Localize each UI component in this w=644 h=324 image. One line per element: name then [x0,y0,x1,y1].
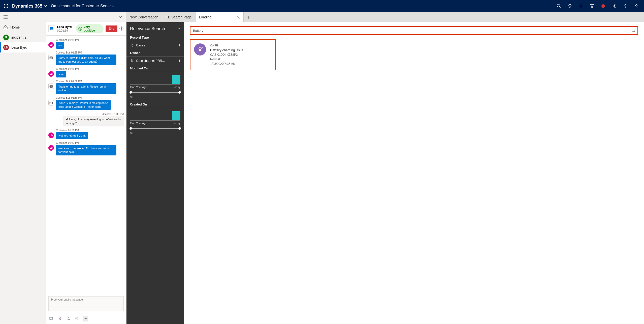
message-meta: Contoso Bot, 01:35 PM [56,51,124,54]
add-tab-button[interactable] [244,12,254,22]
elapsed-time: 00:01:18 [57,29,72,32]
tab-loading[interactable]: Loading... [196,12,244,22]
svg-point-8 [7,7,8,8]
gear-icon[interactable] [609,0,620,12]
svg-point-42 [199,47,201,50]
close-icon[interactable] [237,16,240,19]
svg-point-20 [51,56,51,56]
end-button[interactable]: End [106,25,117,32]
tab-new-conversation[interactable]: New Conversation [126,12,162,22]
message-meta: Contoso Bot, 01:36 PM [56,80,124,83]
nav-item-home[interactable]: Home [0,22,46,32]
case-icon [130,44,134,47]
svg-point-37 [86,318,87,319]
message-row: LBCustomer, 01:37 PMawesome, that worked… [48,142,124,155]
tab-label: KB Search Page [166,15,192,19]
person-icon [130,59,134,63]
message-input[interactable] [48,296,124,311]
relevance-title: Relevance Search [130,26,165,31]
tab-label: New Conversation [130,15,158,19]
notes-icon[interactable] [74,316,80,321]
bot-avatar-icon [48,55,54,60]
nav-item-lesa-byrd[interactable]: LB Lesa Byrd [0,42,46,52]
account-icon[interactable] [631,0,642,12]
svg-point-9 [557,4,560,7]
svg-point-22 [50,86,51,87]
date-range-slider[interactable] [130,127,180,130]
search-input[interactable] [190,26,629,35]
result-avatar-icon [194,43,206,56]
message-meta: Contoso Bot, 01:36 PM [56,96,124,99]
message-meta: Edna Bell, 01:36 PM [48,113,124,116]
svg-point-14 [79,27,82,30]
message-meta: Customer, 01:35 PM [56,39,124,41]
svg-point-33 [76,318,77,319]
nav-item-label: Home [10,25,20,29]
message-row: Contoso Bot, 01:36 PMTransferring to an … [48,80,124,94]
brand-chevron-down-icon[interactable] [44,5,47,8]
avatar: LB [3,45,9,50]
message-list[interactable]: LBCustomer, 01:35 PMnoContoso Bot, 01:35… [46,36,126,294]
svg-point-39 [131,60,133,61]
help-icon[interactable] [620,0,631,12]
svg-point-36 [85,318,86,319]
svg-point-3 [4,6,5,7]
customer-avatar: LB [48,145,54,151]
presence-indicator[interactable] [598,0,609,12]
tab-kb-search[interactable]: KB Search Page [162,12,196,22]
sentiment-label: Very positive [84,25,101,32]
svg-point-38 [131,44,133,45]
date-range-slider[interactable] [130,91,180,94]
message-meta: Customer, 01:37 PM [56,142,124,144]
bot-avatar-icon [48,84,54,89]
created-on-label: Created On [126,100,184,108]
search-result-card[interactable]: CASE Battery charging issue CAS-01004-X7… [190,39,276,70]
filter-count: 1 [179,59,180,63]
result-datetime: 1/23/2020 7:35 AM [210,62,243,66]
filter-label: Omnichannel PRR... [136,59,179,63]
filter-cases[interactable]: Cases 1 [126,42,184,49]
svg-point-27 [50,102,51,103]
search-results-area: CASE Battery charging issue CAS-01004-X7… [184,22,644,324]
session-dropdown[interactable] [46,12,126,22]
hamburger-icon[interactable] [0,12,46,22]
message-bubble: sure [56,71,66,78]
created-all-label: All [126,131,184,136]
result-case-number: CAS-01004-X7Z8P2 [210,52,243,57]
nav-item-incident2[interactable]: I2 incident 2 [0,32,46,42]
transfer-icon[interactable] [66,316,71,321]
left-nav: Home I2 incident 2 LB Lesa Byrd [0,12,46,324]
filter-count: 1 [179,44,180,47]
relevance-title-row[interactable]: Relevance Search [126,22,184,33]
svg-point-25 [51,84,51,85]
info-icon[interactable] [119,26,124,31]
created-on-chart: One Year AgoToday [126,109,184,131]
lightbulb-icon[interactable] [564,0,575,12]
message-bubble: awesome, that worked!!! Thank you so muc… [56,145,116,155]
owner-label: Owner [126,49,184,57]
svg-point-1 [6,4,7,5]
search-icon[interactable] [553,0,564,12]
svg-point-23 [51,86,52,87]
more-icon[interactable] [83,316,88,321]
app-launcher-icon[interactable] [2,2,10,10]
app-subtitle: Omnichannel for Customer Service [51,4,114,8]
message-bubble: Sorry to know this didnt help, do you wa… [56,55,116,65]
global-header: Dynamics 365 Omnichannel for Customer Se… [0,0,644,12]
svg-point-17 [50,57,51,58]
filter-icon[interactable] [587,0,598,12]
nav-item-label: incident 2 [11,35,26,39]
plus-icon[interactable] [575,0,587,12]
filter-owner[interactable]: Omnichannel PRR... 1 [126,58,184,64]
quick-reply-icon[interactable] [48,316,54,321]
message-row: LBCustomer, 01:35 PMno [48,39,124,49]
svg-point-0 [4,4,5,5]
customer-avatar: LB [48,132,54,138]
result-priority: Normal [210,57,243,62]
sentiment-badge: Very positive [76,24,104,33]
customer-avatar: LB [48,71,54,77]
search-button[interactable] [629,26,638,35]
brand-name[interactable]: Dynamics 365 [12,4,42,9]
consult-icon[interactable] [57,316,62,321]
conversation-header: Lesa Byrd 00:01:18 Very positive End [46,22,126,36]
